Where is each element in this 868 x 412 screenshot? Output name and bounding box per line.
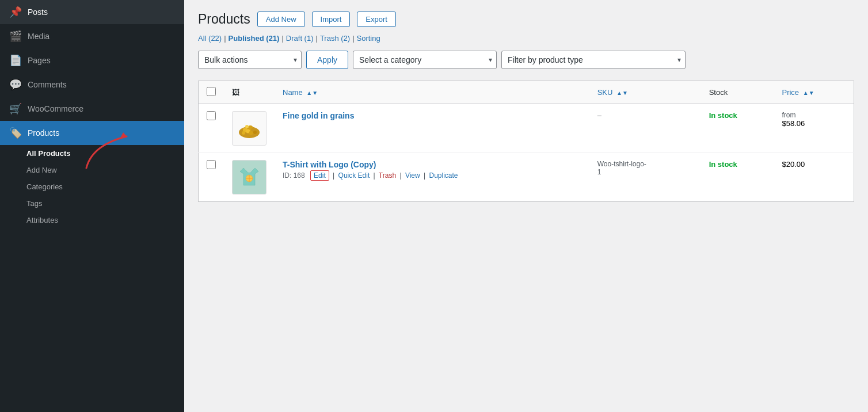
main-content: Products Add New Import Export All (22) … [184, 0, 868, 412]
toolbar: Bulk actions ▾ Apply Select a category ▾… [198, 51, 854, 69]
svg-point-9 [253, 131, 257, 134]
products-table: 🖼 Name ▲▼ SKU ▲▼ Stock Price ▲▼ [198, 81, 854, 202]
row2-edit-link[interactable]: Edit [310, 170, 329, 181]
page-header: Products Add New Import Export [198, 12, 854, 27]
row1-name-cell: Fine gold in grains [275, 104, 589, 153]
sidebar-submenu-attributes[interactable]: Attributes [0, 212, 184, 228]
name-sort-icon: ▲▼ [306, 90, 318, 96]
row2-duplicate-link[interactable]: Duplicate [429, 171, 458, 180]
col-image: 🖼 [224, 81, 275, 104]
col-name[interactable]: Name ▲▼ [275, 81, 589, 104]
category-wrapper: Select a category ▾ [353, 51, 497, 69]
row2-trash-link[interactable]: Trash [379, 171, 396, 180]
row2-image-cell [224, 153, 275, 202]
sidebar-submenu-categories[interactable]: Categories [0, 178, 184, 195]
svg-point-7 [249, 131, 253, 135]
filter-draft[interactable]: Draft (1) [286, 34, 314, 43]
row1-checkbox-cell [199, 104, 224, 153]
sidebar-item-woocommerce-label: WooCommerce [28, 104, 83, 113]
sidebar-submenu-add-new[interactable]: Add New [0, 162, 184, 178]
products-submenu: All Products Add New Categories Tags Att… [0, 145, 184, 228]
row2-stock-cell: In stock [701, 153, 774, 202]
svg-point-8 [245, 125, 249, 128]
row2-name-cell: T-Shirt with Logo (Copy) ID: 168 Edit | … [275, 153, 589, 202]
image-col-icon: 🖼 [232, 88, 239, 97]
row1-stock-badge: In stock [709, 111, 737, 120]
row1-product-link[interactable]: Fine gold in grains [283, 111, 354, 120]
page-title: Products [198, 12, 250, 27]
svg-point-6 [242, 131, 245, 135]
product-type-select[interactable]: Filter by product type [501, 51, 686, 69]
filter-trash[interactable]: Trash (2) [320, 34, 350, 43]
bulk-actions-select[interactable]: Bulk actions [198, 51, 302, 69]
row2-checkbox[interactable] [207, 160, 216, 169]
sidebar-submenu-all-products[interactable]: All Products [0, 145, 184, 162]
row2-quick-edit-link[interactable]: Quick Edit [338, 171, 370, 180]
col-sku[interactable]: SKU ▲▼ [589, 81, 701, 104]
row2-sku: Woo-tshirt-logo-1 [597, 160, 649, 176]
comments-icon: 💬 [9, 78, 22, 91]
row2-thumbnail [232, 160, 267, 194]
row2-price-cell: $20.00 [774, 153, 854, 202]
price-sort-icon: ▲▼ [803, 90, 814, 96]
row1-price-prefix: from [782, 111, 846, 119]
row2-view-link[interactable]: View [405, 171, 420, 180]
sidebar-item-posts[interactable]: 📌 Posts [0, 0, 184, 24]
sidebar-item-pages-label: Pages [28, 56, 51, 65]
row1-sku: – [597, 111, 601, 120]
apply-button[interactable]: Apply [306, 51, 348, 69]
row2-stock-badge: In stock [709, 160, 737, 169]
product-type-wrapper: Filter by product type ▾ [501, 51, 686, 69]
row2-price: $20.00 [782, 160, 805, 169]
tshirt-image [235, 163, 263, 191]
row1-thumbnail [232, 111, 267, 146]
sidebar-item-pages[interactable]: 📄 Pages [0, 48, 184, 73]
row2-product-id: ID: 168 [283, 171, 305, 180]
products-icon: 🏷️ [9, 127, 22, 139]
filter-all[interactable]: All (22) [198, 34, 222, 43]
filter-links: All (22) | Published (21) | Draft (1) | … [198, 34, 854, 43]
sku-sort-icon: ▲▼ [616, 90, 628, 96]
sidebar-submenu-tags[interactable]: Tags [0, 195, 184, 212]
table-row: T-Shirt with Logo (Copy) ID: 168 Edit | … [199, 153, 854, 202]
bulk-actions-wrapper: Bulk actions ▾ [198, 51, 302, 69]
sidebar-item-media[interactable]: 🎬 Media [0, 24, 184, 48]
import-button[interactable]: Import [312, 12, 351, 27]
sidebar-item-media-label: Media [28, 32, 50, 41]
row1-image-cell [224, 104, 275, 153]
row1-price-cell: from $58.06 [774, 104, 854, 153]
export-button[interactable]: Export [357, 12, 396, 27]
row1-price: $58.06 [782, 119, 805, 128]
table-header-row: 🖼 Name ▲▼ SKU ▲▼ Stock Price ▲▼ [199, 81, 854, 104]
sidebar-item-comments[interactable]: 💬 Comments [0, 73, 184, 97]
woocommerce-icon: 🛒 [9, 102, 22, 115]
sidebar-item-woocommerce[interactable]: 🛒 WooCommerce [0, 97, 184, 121]
posts-icon: 📌 [9, 6, 22, 18]
sidebar-item-products-label: Products [28, 128, 59, 138]
row2-product-actions: ID: 168 Edit | Quick Edit | Trash | View… [283, 171, 581, 180]
row1-stock-cell: In stock [701, 104, 774, 153]
col-price[interactable]: Price ▲▼ [774, 81, 854, 104]
sidebar-item-posts-label: Posts [28, 7, 48, 17]
sidebar-item-comments-label: Comments [28, 80, 67, 89]
category-select[interactable]: Select a category [353, 51, 497, 69]
row1-checkbox[interactable] [207, 111, 216, 120]
row2-checkbox-cell [199, 153, 224, 202]
col-stock: Stock [701, 81, 774, 104]
select-all-checkbox[interactable] [207, 87, 216, 96]
filter-sorting[interactable]: Sorting [357, 34, 380, 43]
gold-grains-image [235, 114, 264, 143]
row2-product-link[interactable]: T-Shirt with Logo (Copy) [283, 160, 376, 169]
filter-published[interactable]: Published (21) [229, 34, 280, 43]
add-new-button[interactable]: Add New [257, 12, 305, 27]
row2-sku-cell: Woo-tshirt-logo-1 [589, 153, 701, 202]
table-row: Fine gold in grains – In stock from $58.… [199, 104, 854, 153]
sidebar: 📌 Posts 🎬 Media 📄 Pages 💬 Comments 🛒 Woo… [0, 0, 184, 412]
sidebar-item-products[interactable]: 🏷️ Products [0, 121, 184, 145]
col-checkbox [199, 81, 224, 104]
pages-icon: 📄 [9, 54, 22, 67]
row1-sku-cell: – [589, 104, 701, 153]
media-icon: 🎬 [9, 30, 22, 43]
